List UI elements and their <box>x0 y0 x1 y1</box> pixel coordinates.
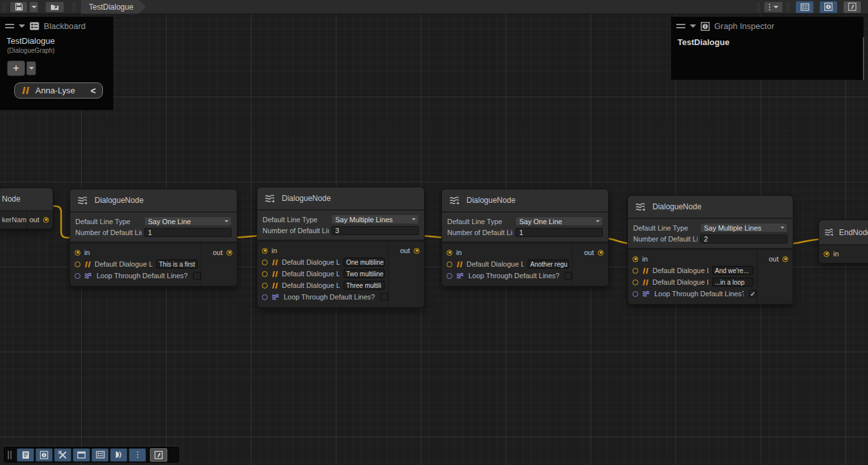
open-button[interactable] <box>45 1 64 13</box>
document-icon <box>22 451 30 459</box>
line-text-field[interactable]: ...in a loop <box>712 278 753 287</box>
field-label: Number of Default Lines <box>75 229 142 236</box>
field-label: Number of Default Lines <box>633 235 697 243</box>
panel-resizer[interactable] <box>863 37 864 80</box>
save-dropdown-button[interactable] <box>29 1 39 13</box>
inspector-toggle-button[interactable] <box>819 1 838 14</box>
line-port[interactable] <box>262 260 268 265</box>
line-text-field[interactable]: Three multili <box>344 281 385 290</box>
loop-checkbox[interactable] <box>380 293 388 301</box>
output-port[interactable] <box>782 256 788 262</box>
num-lines-field[interactable]: 1 <box>515 228 603 237</box>
dialogue-node-2[interactable]: DialogueNode Default Line Type Say Multi… <box>257 187 425 308</box>
node-title-bar[interactable]: DialogueNode <box>257 187 424 211</box>
input-port[interactable] <box>262 248 268 254</box>
window-button[interactable] <box>73 448 90 462</box>
output-port[interactable] <box>226 250 232 256</box>
kebab-menu-icon <box>137 451 138 458</box>
toolbar-drag-handle[interactable] <box>3 3 6 12</box>
node-title-bar[interactable]: DialogueNode <box>442 189 608 213</box>
loop-port[interactable] <box>633 291 638 297</box>
toolbar-drag-handle[interactable] <box>8 451 12 459</box>
minimap-button[interactable] <box>150 448 167 462</box>
dialogue-node-3[interactable]: DialogueNode Default Line Type Say One L… <box>441 189 609 287</box>
blackboard-toggle-button[interactable] <box>795 1 814 14</box>
loop-port[interactable] <box>262 294 268 300</box>
dialogue-node-4[interactable]: DialogueNode Default Line Type Say Multi… <box>627 195 793 305</box>
node-title-bar[interactable]: Node <box>0 188 53 211</box>
input-port[interactable] <box>447 250 452 256</box>
node-title-bar[interactable]: DialogueNode <box>628 196 793 219</box>
more-button[interactable] <box>129 448 146 462</box>
line-port[interactable] <box>633 280 638 285</box>
port-label: Default Dialogue Line 1 <box>652 267 708 274</box>
partial-node[interactable]: Node kerName out <box>0 187 53 229</box>
port-label: Loop Through Default Lines? <box>284 293 375 301</box>
num-lines-field[interactable]: 3 <box>331 226 419 235</box>
line-port[interactable] <box>262 271 268 277</box>
port-label: Default Dialogue Line 2 <box>282 270 340 278</box>
loop-port[interactable] <box>75 273 80 279</box>
line-type-dropdown[interactable]: Say Multiple Lines <box>700 223 788 232</box>
blackboard-icon <box>96 451 105 459</box>
line-text-field[interactable]: And we're... <box>712 266 753 275</box>
output-port[interactable] <box>414 248 420 254</box>
toolbar-menu-button[interactable] <box>764 1 783 13</box>
blackboard-field-anna-lyse[interactable]: Anna-Lyse < <box>14 82 103 99</box>
input-port[interactable] <box>75 250 80 256</box>
folder-open-icon <box>50 3 59 11</box>
field-value: One multiline <box>346 259 383 266</box>
end-node[interactable]: EndNode in <box>818 220 868 263</box>
loop-checkbox[interactable]: ✓ <box>749 290 757 298</box>
node-title-bar[interactable]: DialogueNode <box>70 189 237 213</box>
field-value: Another regu <box>530 261 568 268</box>
field-value: 1 <box>148 229 152 236</box>
tools-icon <box>59 451 67 459</box>
node-title-bar[interactable]: EndNode <box>819 220 868 245</box>
num-lines-field[interactable]: 2 <box>700 234 788 243</box>
blackboard-button[interactable] <box>91 448 109 462</box>
loop-checkbox[interactable] <box>564 272 572 280</box>
toolbar-right-group <box>754 1 868 14</box>
graph-tab[interactable]: TestDialogue <box>81 0 146 14</box>
graph-inspector-panel: Graph Inspector TestDialogue <box>671 17 863 80</box>
output-port[interactable] <box>43 217 49 223</box>
dialogue-node-1[interactable]: DialogueNode Default Line Type Say One L… <box>69 189 237 287</box>
toolbar-separator <box>787 3 790 12</box>
input-port[interactable] <box>633 256 638 262</box>
line-type-dropdown[interactable]: Say One Line <box>515 216 603 226</box>
collapse-arrow-icon[interactable] <box>690 24 696 31</box>
preview-button[interactable] <box>110 448 127 462</box>
tools-button[interactable] <box>54 448 71 462</box>
chevron-down-icon <box>596 220 600 224</box>
line-type-dropdown[interactable]: Say Multiple Lines <box>331 214 419 224</box>
add-property-dropdown[interactable] <box>26 61 36 75</box>
panel-drag-handle[interactable] <box>5 24 14 28</box>
line-port[interactable] <box>447 261 452 267</box>
node-title: Node <box>2 195 21 204</box>
input-port[interactable] <box>824 251 829 257</box>
line-type-dropdown[interactable]: Say One Line <box>144 216 232 226</box>
dropdown-value: Say One Line <box>519 218 562 225</box>
line-text-field[interactable]: Another regu <box>528 260 569 269</box>
line-port[interactable] <box>633 268 638 274</box>
line-text-field[interactable]: One multiline <box>344 258 385 267</box>
line-text-field[interactable]: This is a first <box>156 260 198 269</box>
num-lines-field[interactable]: 1 <box>144 228 232 237</box>
collapse-left-icon[interactable]: < <box>91 86 96 96</box>
panel-drag-handle[interactable] <box>676 24 685 28</box>
loop-port[interactable] <box>447 273 452 279</box>
loop-checkbox[interactable] <box>193 272 201 280</box>
add-property-button[interactable]: + <box>7 61 25 76</box>
line-port[interactable] <box>75 261 80 267</box>
minimap-toggle-button[interactable] <box>843 1 862 14</box>
line-port[interactable] <box>262 283 268 289</box>
collapse-arrow-icon[interactable] <box>19 24 25 31</box>
console-button[interactable] <box>17 448 34 462</box>
graph-canvas[interactable]: Node kerName out <box>0 14 868 465</box>
save-button[interactable] <box>10 1 28 13</box>
line-text-field[interactable]: Two multiline <box>344 269 385 278</box>
chevron-down-icon <box>780 227 784 231</box>
info-button[interactable] <box>35 448 53 462</box>
output-port[interactable] <box>598 250 604 256</box>
